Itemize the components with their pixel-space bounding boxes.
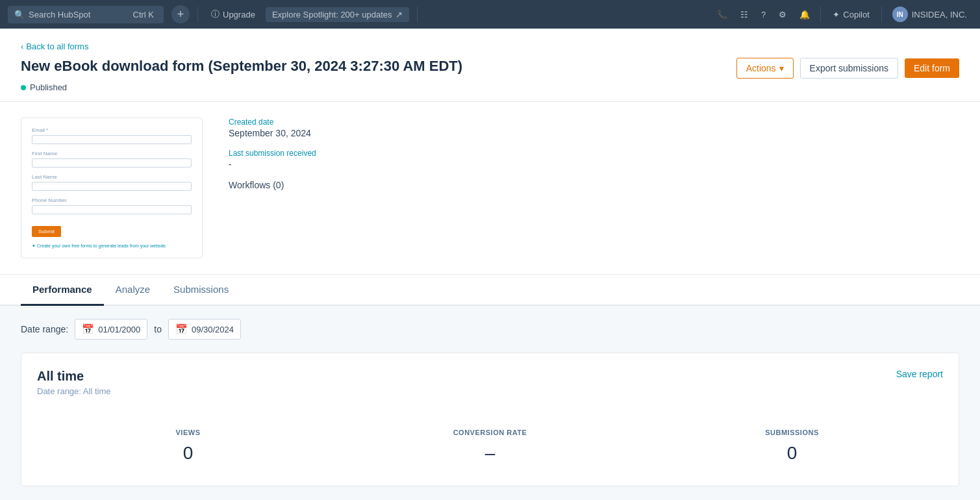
- all-time-subtitle: Date range: All time: [37, 386, 943, 396]
- tabs-bar: Performance Analyze Submissions: [0, 275, 980, 306]
- bell-icon: 🔔: [799, 10, 810, 19]
- edit-label: Edit form: [914, 63, 950, 73]
- tab-performance[interactable]: Performance: [21, 275, 104, 306]
- conversion-rate-label: CONVERSION RATE: [339, 429, 641, 436]
- submissions-label: SUBMISSIONS: [641, 429, 943, 436]
- email-field-preview: Email *: [32, 127, 192, 144]
- back-to-forms-link[interactable]: ‹ Back to all forms: [21, 42, 959, 51]
- status-label: Published: [30, 82, 67, 92]
- explore-spotlight-button[interactable]: Explore Spotlight: 200+ updates ↗: [266, 7, 409, 22]
- help-icon-button[interactable]: ?: [756, 7, 771, 22]
- upgrade-button[interactable]: ⓘ Upgrade: [206, 6, 260, 23]
- nav-divider-3: [820, 6, 821, 22]
- copilot-button[interactable]: ✦ Copilot: [826, 7, 875, 22]
- title-actions-row: New eBook download form (September 30, 2…: [21, 58, 959, 79]
- date-range-label: Date range:: [21, 324, 68, 334]
- date-range-row: Date range: 📅 01/01/2000 to 📅 09/30/2024: [21, 319, 959, 340]
- company-menu[interactable]: IN INSIDEA, INC.: [887, 4, 972, 25]
- last-submission-label: Last submission received: [229, 149, 316, 158]
- page-container: ‹ Back to all forms New eBook download f…: [0, 29, 980, 500]
- first-name-label-preview: First Name: [32, 151, 192, 156]
- first-name-field-preview: First Name: [32, 151, 192, 168]
- created-date-label: Created date: [229, 118, 316, 127]
- avatar-initials: IN: [897, 11, 903, 18]
- form-thumbnail: Email * First Name Last Name Phone Numbe…: [21, 118, 203, 258]
- search-icon: 🔍: [14, 10, 25, 19]
- form-meta: Created date September 30, 2024 Last sub…: [229, 118, 316, 258]
- last-name-field-preview: Last Name: [32, 174, 192, 191]
- status-badge: Published: [21, 82, 959, 101]
- conversion-rate-value: –: [339, 443, 641, 464]
- phone-icon: 📞: [717, 10, 727, 19]
- tab-submissions[interactable]: Submissions: [162, 275, 240, 306]
- search-bar[interactable]: 🔍 Search HubSpot Ctrl K: [8, 6, 164, 23]
- submissions-value: 0: [641, 443, 943, 464]
- last-submission-value: -: [229, 159, 316, 169]
- top-navigation: 🔍 Search HubSpot Ctrl K + ⓘ Upgrade Expl…: [0, 0, 980, 29]
- nav-divider-2: [417, 6, 418, 22]
- upgrade-label: Upgrade: [223, 10, 255, 19]
- grid-icon: ☷: [740, 10, 748, 19]
- last-submission-item: Last submission received -: [229, 149, 316, 169]
- grid-icon-button[interactable]: ☷: [735, 7, 753, 22]
- workflows-item: Workflows (0): [229, 180, 316, 190]
- copilot-icon: ✦: [833, 10, 840, 19]
- calendar-icon-from: 📅: [82, 323, 94, 335]
- header-actions: Actions ▾ Export submissions Edit form: [736, 58, 959, 79]
- phone-input-preview: [32, 205, 192, 214]
- nav-divider-1: [197, 6, 198, 22]
- metric-submissions: SUBMISSIONS 0: [641, 416, 943, 470]
- email-label-preview: Email *: [32, 127, 192, 133]
- company-name: INSIDEA, INC.: [912, 10, 967, 19]
- tab-analyze[interactable]: Analyze: [104, 275, 162, 306]
- date-from-input[interactable]: 📅 01/01/2000: [75, 319, 147, 340]
- actions-button[interactable]: Actions ▾: [736, 58, 794, 79]
- copilot-label: Copilot: [843, 10, 869, 19]
- phone-field-preview: Phone Number: [32, 197, 192, 214]
- page-header: ‹ Back to all forms New eBook download f…: [0, 29, 980, 102]
- export-submissions-button[interactable]: Export submissions: [800, 58, 898, 79]
- save-report-link[interactable]: Save report: [896, 369, 943, 379]
- metrics-row: VIEWS 0 CONVERSION RATE – SUBMISSIONS 0: [37, 416, 943, 470]
- all-time-title: All time: [37, 369, 84, 384]
- edit-form-button[interactable]: Edit form: [905, 58, 959, 78]
- avatar: IN: [892, 6, 908, 22]
- help-icon: ?: [761, 10, 766, 19]
- submit-preview: Submit: [32, 226, 61, 237]
- chevron-left-icon: ‹: [21, 42, 23, 51]
- right-nav: 📞 ☷ ? ⚙ 🔔 ✦ Copilot IN INSIDEA, INC.: [712, 4, 972, 25]
- last-name-label-preview: Last Name: [32, 174, 192, 180]
- views-label: VIEWS: [37, 429, 339, 436]
- nav-divider-4: [881, 6, 882, 22]
- add-button[interactable]: +: [171, 5, 190, 23]
- all-time-header: All time Save report: [37, 369, 943, 384]
- form-preview-section: Email * First Name Last Name Phone Numbe…: [0, 102, 980, 275]
- metric-views: VIEWS 0: [37, 416, 339, 470]
- date-to-input[interactable]: 📅 09/30/2024: [168, 319, 241, 340]
- created-date-value: September 30, 2024: [229, 128, 316, 138]
- phone-icon-button[interactable]: 📞: [712, 7, 733, 22]
- search-placeholder: Search HubSpot: [29, 10, 90, 19]
- back-link-label: Back to all forms: [26, 42, 88, 51]
- phone-label-preview: Phone Number: [32, 197, 192, 203]
- date-from-value: 01/01/2000: [98, 325, 140, 334]
- all-time-card: All time Save report Date range: All tim…: [21, 353, 959, 486]
- to-label: to: [154, 324, 162, 334]
- date-to-value: 09/30/2024: [192, 325, 234, 334]
- gear-icon: ⚙: [779, 10, 786, 19]
- explore-label: Explore Spotlight: 200+ updates: [272, 10, 392, 19]
- first-name-input-preview: [32, 158, 192, 168]
- views-value: 0: [37, 443, 339, 464]
- search-shortcut: Ctrl K: [130, 9, 158, 20]
- external-link-icon: ↗: [396, 10, 403, 19]
- workflows-value: Workflows (0): [229, 180, 316, 190]
- metric-conversion-rate: CONVERSION RATE –: [339, 416, 641, 470]
- notifications-icon-button[interactable]: 🔔: [794, 7, 815, 22]
- created-date-item: Created date September 30, 2024: [229, 118, 316, 138]
- settings-icon-button[interactable]: ⚙: [773, 7, 792, 22]
- info-icon: ⓘ: [211, 8, 220, 20]
- export-label: Export submissions: [810, 63, 888, 73]
- calendar-icon-to: 📅: [175, 323, 188, 335]
- actions-label: Actions: [746, 63, 776, 73]
- status-dot: [21, 85, 26, 90]
